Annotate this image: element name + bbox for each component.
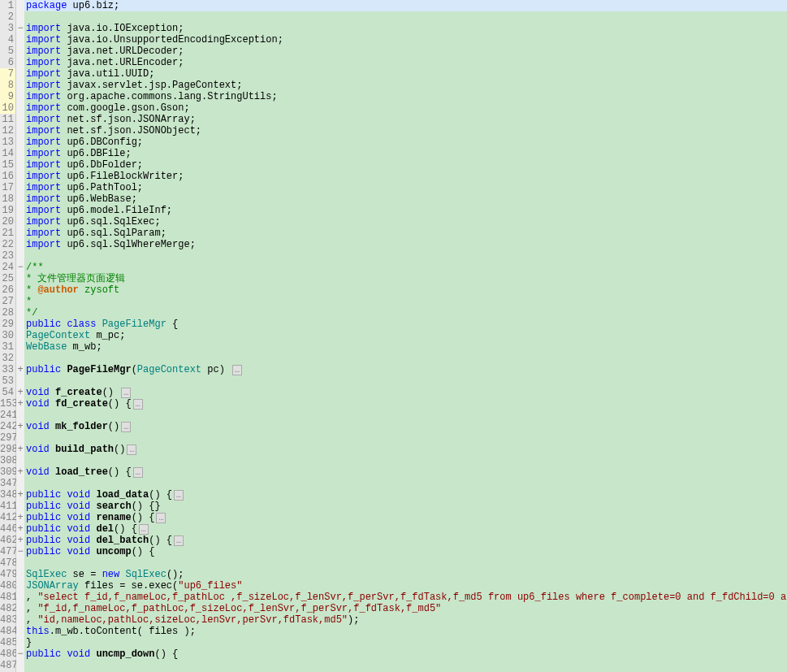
code-content[interactable]: import java.util.UUID; [24, 68, 787, 80]
fold-toggle[interactable]: + [16, 364, 24, 375]
code-content[interactable]: import org.apache.commons.lang.StringUti… [24, 91, 787, 102]
code-content[interactable]: import javax.servlet.jsp.PageContext; [24, 80, 787, 91]
code-line[interactable]: 29public class PageFileMgr { [0, 319, 787, 330]
folded-indicator[interactable]: … [127, 444, 136, 455]
code-content[interactable]: * 文件管理器页面逻辑 [24, 273, 787, 284]
code-content[interactable] [24, 375, 787, 387]
code-content[interactable] [24, 455, 787, 466]
code-content[interactable] [24, 353, 787, 364]
code-content[interactable]: import up6.DbFolder; [24, 159, 787, 171]
code-content[interactable]: public void load_data() {… [24, 489, 787, 501]
code-line[interactable]: 12import net.sf.json.JSONObject; [0, 125, 787, 137]
code-content[interactable]: void fd_create() {… [24, 398, 787, 410]
code-line[interactable]: 13import up6.DBConfig; [0, 137, 787, 148]
folded-indicator[interactable]: … [174, 535, 184, 546]
code-content[interactable]: public void del_batch() {… [24, 535, 787, 546]
code-line[interactable]: 11import net.sf.json.JSONArray; [0, 114, 787, 125]
code-content[interactable] [24, 660, 787, 671]
code-line[interactable]: 153+ void fd_create() {… [0, 398, 787, 410]
fold-toggle[interactable]: + [16, 444, 24, 455]
code-content[interactable]: JSONArray files = se.exec("up6_files" [24, 580, 787, 592]
code-line[interactable]: 32 [0, 353, 787, 364]
code-line[interactable]: 15import up6.DbFolder; [0, 159, 787, 171]
code-line[interactable]: 4import java.io.UnsupportedEncodingExcep… [0, 34, 787, 46]
code-line[interactable]: 31 WebBase m_wb; [0, 341, 787, 353]
code-content[interactable]: import net.sf.json.JSONObject; [24, 125, 787, 137]
code-content[interactable] [24, 557, 787, 569]
code-content[interactable] [24, 410, 787, 421]
code-content[interactable]: import java.net.URLEncoder; [24, 57, 787, 68]
code-line[interactable]: 7import java.util.UUID; [0, 68, 787, 80]
code-line[interactable]: 484 this.m_wb.toContent( files ); [0, 626, 787, 637]
code-content[interactable]: /** [24, 262, 787, 273]
code-content[interactable]: import java.io.UnsupportedEncodingExcept… [24, 34, 787, 46]
code-line[interactable]: 10import com.google.gson.Gson; [0, 102, 787, 114]
code-line[interactable]: 480 JSONArray files = se.exec("up6_files… [0, 580, 787, 592]
fold-toggle[interactable]: + [16, 421, 24, 432]
code-line[interactable]: 9import org.apache.commons.lang.StringUt… [0, 91, 787, 102]
code-line[interactable]: 241 [0, 410, 787, 421]
code-content[interactable]: public void search() {} [24, 501, 787, 512]
code-line[interactable]: 30 PageContext m_pc; [0, 330, 787, 341]
code-line[interactable]: 20import up6.sql.SqlExec; [0, 216, 787, 228]
code-line[interactable]: 485 } [0, 637, 787, 648]
code-line[interactable]: 411 public void search() {} [0, 501, 787, 512]
code-content[interactable]: , "select f_id,f_nameLoc,f_pathLoc ,f_si… [24, 592, 787, 603]
code-content[interactable]: import up6.DBFile; [24, 148, 787, 159]
code-line[interactable]: 17import up6.PathTool; [0, 182, 787, 193]
code-line[interactable]: 298+ void build_path()… [0, 444, 787, 455]
code-content[interactable]: import java.io.IOException; [24, 23, 787, 34]
code-content[interactable]: import up6.sql.SqlExec; [24, 216, 787, 228]
code-content[interactable]: import com.google.gson.Gson; [24, 102, 787, 114]
code-line[interactable]: 25 * 文件管理器页面逻辑 [0, 273, 787, 284]
code-content[interactable]: public class PageFileMgr { [24, 319, 787, 330]
code-content[interactable]: */ [24, 307, 787, 319]
fold-toggle[interactable]: − [16, 262, 24, 273]
code-line[interactable]: 309+ void load_tree() {… [0, 466, 787, 478]
code-content[interactable]: void mk_folder()… [24, 421, 787, 432]
code-line[interactable]: 481 , "select f_id,f_nameLoc,f_pathLoc ,… [0, 592, 787, 603]
code-content[interactable]: import up6.WebBase; [24, 193, 787, 205]
code-line[interactable]: 483 , "id,nameLoc,pathLoc,sizeLoc,lenSvr… [0, 614, 787, 626]
code-line[interactable]: 479 SqlExec se = new SqlExec(); [0, 569, 787, 580]
code-line[interactable]: 347 [0, 478, 787, 489]
code-line[interactable]: 28 */ [0, 307, 787, 319]
fold-toggle[interactable]: − [16, 648, 24, 660]
code-line[interactable]: 27 * [0, 296, 787, 307]
code-line[interactable]: 5import java.net.URLDecoder; [0, 46, 787, 57]
fold-toggle[interactable]: + [16, 398, 24, 410]
fold-toggle[interactable]: + [16, 387, 24, 398]
code-content[interactable]: import up6.PathTool; [24, 182, 787, 193]
folded-indicator[interactable]: … [232, 365, 242, 375]
code-content[interactable]: import net.sf.json.JSONArray; [24, 114, 787, 125]
fold-toggle[interactable]: + [16, 523, 24, 535]
fold-toggle[interactable]: − [16, 23, 24, 34]
code-content[interactable]: import up6.FileBlockWriter; [24, 171, 787, 182]
folded-indicator[interactable]: … [174, 490, 184, 501]
fold-toggle[interactable]: + [16, 535, 24, 546]
code-line[interactable]: 486− public void uncmp_down() { [0, 648, 787, 660]
code-content[interactable]: import java.net.URLDecoder; [24, 46, 787, 57]
code-line[interactable]: 477− public void uncomp() { [0, 546, 787, 557]
code-content[interactable]: * [24, 296, 787, 307]
code-content[interactable]: void build_path()… [24, 444, 787, 455]
code-content[interactable]: import up6.sql.SqlWhereMerge; [24, 239, 787, 250]
code-content[interactable]: PageContext m_pc; [24, 330, 787, 341]
code-content[interactable] [24, 432, 787, 444]
code-content[interactable]: } [24, 637, 787, 648]
code-line[interactable]: 412+ public void rename() {… [0, 512, 787, 523]
code-content[interactable] [24, 250, 787, 262]
code-line[interactable]: 6import java.net.URLEncoder; [0, 57, 787, 68]
code-line[interactable]: 348+ public void load_data() {… [0, 489, 787, 501]
folded-indicator[interactable]: … [133, 399, 143, 410]
code-line[interactable]: 18import up6.WebBase; [0, 193, 787, 205]
code-line[interactable]: 33+ public PageFileMgr(PageContext pc) … [0, 364, 787, 375]
code-content[interactable] [24, 11, 787, 23]
code-content[interactable]: package up6.biz; [24, 0, 787, 11]
code-content[interactable]: public void del() {… [24, 523, 787, 535]
code-content[interactable]: void load_tree() {… [24, 466, 787, 478]
fold-toggle[interactable]: + [16, 512, 24, 523]
folded-indicator[interactable]: … [133, 467, 143, 478]
code-line[interactable]: 23 [0, 250, 787, 262]
code-line[interactable]: 446+ public void del() {… [0, 523, 787, 535]
